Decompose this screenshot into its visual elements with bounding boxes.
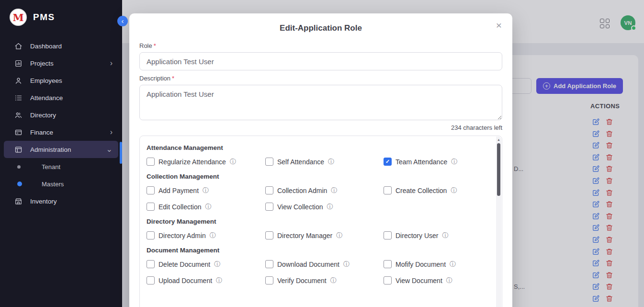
bullet-icon xyxy=(17,182,22,186)
permission-label: Team Attendance xyxy=(395,158,447,166)
sidebar-item-finance[interactable]: Finance› xyxy=(4,124,118,141)
permission-checkbox-view-collection[interactable]: View Collectionⓘ xyxy=(265,203,384,211)
description-input[interactable]: Application Test User xyxy=(139,85,502,120)
modal-body: Role* Description* Application Test User… xyxy=(129,33,512,307)
sidebar-item-label: Dashboard xyxy=(30,43,62,50)
list-icon xyxy=(14,93,23,102)
scrollbar[interactable]: ▲ ▼ xyxy=(496,136,501,307)
permission-section-title: Directory Management xyxy=(147,218,488,225)
info-icon: ⓘ xyxy=(343,261,350,267)
checkbox-icon xyxy=(384,231,392,239)
required-asterisk: * xyxy=(154,42,156,49)
info-icon: ⓘ xyxy=(446,277,452,284)
chevron-right-icon: › xyxy=(110,128,113,136)
projects-icon xyxy=(14,59,23,68)
required-asterisk: * xyxy=(172,75,174,82)
permission-checkbox-mofify-document[interactable]: Mofify Documentⓘ xyxy=(384,260,488,268)
permission-label: Self Attendance xyxy=(277,158,324,166)
permission-checkbox-view-document[interactable]: View Documentⓘ xyxy=(384,276,488,284)
sidebar-item-label: Directory xyxy=(30,112,56,119)
modal-title: Edit-Application Role xyxy=(129,13,512,33)
sidebar-collapse-button[interactable]: ‹ xyxy=(117,16,128,26)
permission-label: Edit Collection xyxy=(158,203,202,211)
checkbox-icon xyxy=(147,276,155,284)
permission-checkbox-collection-admin[interactable]: Collection Adminⓘ xyxy=(265,186,384,194)
chevron-right-icon: › xyxy=(110,59,113,67)
app-title: PMS xyxy=(33,12,55,23)
permission-label: Directory User xyxy=(395,232,438,239)
characters-left-counter: 234 characters left xyxy=(139,124,502,131)
scrollbar-thumb[interactable] xyxy=(497,143,500,196)
permission-checkbox-download-document[interactable]: Download Documentⓘ xyxy=(265,260,384,268)
permission-section-title: Document Management xyxy=(147,247,488,254)
sidebar-subitem-label: Masters xyxy=(42,181,64,188)
info-icon: ⓘ xyxy=(451,187,457,193)
checkbox-icon xyxy=(147,186,155,194)
permission-checkbox-directory-user[interactable]: Directory Userⓘ xyxy=(384,231,488,239)
sidebar-item-administration[interactable]: Administration⌄ xyxy=(4,141,118,158)
chevron-left-icon: ‹ xyxy=(122,17,124,24)
checkbox-icon xyxy=(265,186,273,194)
role-label: Role* xyxy=(139,42,502,49)
pms-logo-icon: M xyxy=(10,9,27,26)
permission-grid: Directory AdminⓘDirectory ManagerⓘDirect… xyxy=(147,231,488,239)
permission-grid: Add PaymentⓘCollection AdminⓘCreate Coll… xyxy=(147,186,488,211)
permission-label: View Collection xyxy=(277,203,323,211)
checkbox-icon xyxy=(265,158,273,166)
sidebar-item-label: Projects xyxy=(30,60,54,67)
permission-label: Regularize Attendance xyxy=(158,158,226,166)
info-icon: ⓘ xyxy=(336,232,342,239)
permission-label: Download Document xyxy=(277,261,339,268)
sidebar-item-employees[interactable]: Employees xyxy=(4,72,118,89)
sidebar-subitem-tenant[interactable]: Tenant xyxy=(0,158,122,175)
permission-checkbox-self-attendance[interactable]: Self Attendanceⓘ xyxy=(265,158,384,166)
sidebar-item-label: Administration xyxy=(30,146,71,153)
permission-checkbox-directory-manager[interactable]: Directory Managerⓘ xyxy=(265,231,384,239)
info-icon: ⓘ xyxy=(203,187,209,193)
sidebar-item-dashboard[interactable]: Dashboard xyxy=(4,37,118,55)
sidebar-item-attendance[interactable]: Attendance xyxy=(4,89,118,106)
checkbox-icon xyxy=(147,203,155,211)
checkbox-icon xyxy=(384,260,392,268)
info-icon: ⓘ xyxy=(205,204,212,210)
sidebar: M PMS DashboardProjects›EmployeesAttenda… xyxy=(0,0,122,307)
sidebar-subitem-label: Tenant xyxy=(42,163,60,171)
sidebar-item-projects[interactable]: Projects› xyxy=(4,55,118,72)
sidebar-item-label: Inventory xyxy=(30,198,57,205)
permission-label: Create Collection xyxy=(395,187,447,194)
description-label: Description* xyxy=(139,75,502,82)
info-icon: ⓘ xyxy=(230,159,236,165)
permission-label: Directory Manager xyxy=(277,232,332,239)
permission-checkbox-edit-collection[interactable]: Edit Collectionⓘ xyxy=(147,203,265,211)
permission-checkbox-upload-document[interactable]: Upload Documentⓘ xyxy=(147,276,265,284)
permission-checkbox-create-collection[interactable]: Create Collectionⓘ xyxy=(384,186,488,194)
permission-checkbox-regularize-attendance[interactable]: Regularize Attendanceⓘ xyxy=(147,158,265,166)
permission-checkbox-add-payment[interactable]: Add Paymentⓘ xyxy=(147,186,265,194)
permission-checkbox-delete-document[interactable]: Delete Documentⓘ xyxy=(147,260,265,268)
checkbox-icon xyxy=(265,276,273,284)
sidebar-item-label: Employees xyxy=(30,77,62,84)
permission-label: View Document xyxy=(395,277,442,284)
sidebar-item-inventory[interactable]: Inventory xyxy=(4,193,118,210)
role-input[interactable] xyxy=(139,52,502,70)
sidebar-subitem-masters[interactable]: Masters xyxy=(0,175,122,193)
scroll-up-icon[interactable]: ▲ xyxy=(496,137,501,142)
app-root: M PMS DashboardProjects›EmployeesAttenda… xyxy=(0,0,644,307)
user-icon xyxy=(14,76,23,85)
permission-checkbox-directory-admin[interactable]: Directory Adminⓘ xyxy=(147,231,265,239)
info-icon: ⓘ xyxy=(327,204,333,210)
sidebar-item-directory[interactable]: Directory xyxy=(4,106,118,124)
bullet-icon xyxy=(17,165,21,169)
finance-icon xyxy=(14,128,23,136)
permission-label: Verify Document xyxy=(277,277,327,284)
permission-checkbox-verify-document[interactable]: Verify Documentⓘ xyxy=(265,276,384,284)
checkbox-icon xyxy=(265,260,273,268)
checkbox-icon xyxy=(384,186,392,194)
info-icon: ⓘ xyxy=(331,187,337,193)
permission-checkbox-team-attendance[interactable]: ✓Team Attendanceⓘ xyxy=(384,158,488,166)
close-icon[interactable]: × xyxy=(496,20,502,31)
sidebar-item-label: Finance xyxy=(30,129,53,136)
permissions-panel: Attendance ManagementRegularize Attendan… xyxy=(139,136,502,307)
permissions-list: Attendance ManagementRegularize Attendan… xyxy=(140,136,502,296)
permission-label: Upload Document xyxy=(158,277,212,284)
